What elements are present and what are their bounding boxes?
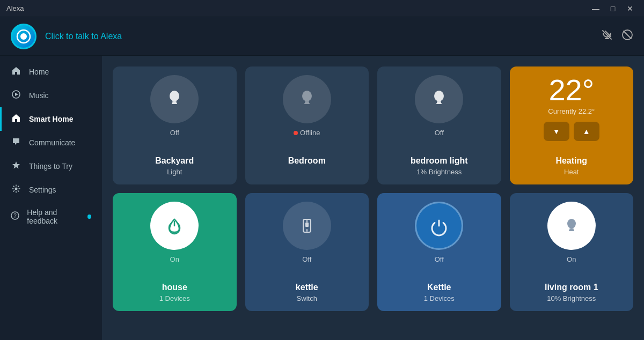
bedroom-type — [306, 168, 308, 176]
living-room-name: living room 1 — [545, 283, 598, 292]
svg-rect-19 — [436, 103, 442, 104]
kettle-status: Off — [302, 255, 311, 263]
bedroom-status: Offline — [300, 129, 320, 137]
app-title: Alexa — [6, 4, 24, 12]
living-room-status: On — [567, 255, 576, 263]
main-layout: Home Music Smart Home — [0, 56, 644, 340]
backyard-type: Light — [167, 168, 182, 176]
kettle2-status: Off — [435, 255, 444, 263]
sidebar-item-music[interactable]: Music — [0, 84, 102, 107]
heating-name: Heating — [555, 156, 587, 166]
house-status: On — [170, 255, 179, 263]
alexa-bar: Click to talk to Alexa — [0, 17, 644, 56]
sidebar-item-communicate[interactable]: Communicate — [0, 131, 102, 154]
sidebar-label-settings: Settings — [29, 186, 56, 194]
title-bar-left: Alexa — [6, 4, 24, 12]
title-bar: Alexa — □ ✕ — [0, 0, 644, 17]
music-icon — [11, 90, 21, 101]
device-card-kettle2[interactable]: Off Kettle 1 Devices — [377, 193, 501, 311]
svg-rect-16 — [304, 103, 310, 104]
svg-marker-7 — [12, 161, 20, 169]
svg-rect-12 — [172, 101, 177, 103]
device-card-living-room[interactable]: On living room 1 10% Brightness — [510, 193, 634, 311]
close-button[interactable]: ✕ — [623, 3, 638, 14]
kettle2-icon-circle — [415, 202, 463, 250]
svg-rect-27 — [569, 228, 574, 230]
heating-type: Heat — [564, 168, 579, 176]
svg-point-11 — [170, 91, 179, 101]
communicate-icon — [11, 137, 21, 148]
bedroom-offline-badge: Offline — [294, 129, 320, 137]
heating-controls: ▼ ▲ — [544, 122, 599, 141]
kettle2-name: Kettle — [427, 283, 451, 292]
alexa-click-text[interactable]: Click to talk to Alexa — [45, 32, 122, 41]
heating-decrease-button[interactable]: ▼ — [544, 122, 569, 141]
svg-rect-18 — [437, 101, 441, 103]
sidebar: Home Music Smart Home — [0, 56, 102, 340]
sidebar-label-music: Music — [29, 91, 49, 100]
device-card-bedroom-light[interactable]: Off bedroom light 1% Brightness — [377, 66, 501, 184]
smart-home-icon — [11, 114, 21, 124]
do-not-disturb-icon[interactable] — [621, 29, 633, 43]
kettle-type: Switch — [297, 294, 317, 302]
heating-current-temp: Currently 22.2° — [548, 107, 595, 115]
living-room-icon-circle — [547, 202, 596, 250]
backyard-status: Off — [170, 129, 179, 137]
offline-dot — [294, 131, 298, 135]
alexa-logo[interactable] — [11, 24, 36, 49]
kettle-icon-circle — [283, 202, 331, 250]
sidebar-item-smart-home[interactable]: Smart Home — [0, 107, 102, 131]
help-icon: ? — [11, 211, 19, 222]
content-area: Off Backyard Light Offline — [102, 56, 644, 340]
bedroom-light-type: 1% Brightness — [416, 168, 462, 176]
alexa-bar-left: Click to talk to Alexa — [11, 24, 122, 49]
sidebar-item-things-to-try[interactable]: Things to Try — [0, 154, 102, 178]
alexa-bar-right — [601, 29, 633, 43]
backyard-icon-circle — [150, 75, 199, 123]
bedroom-icon-circle — [283, 75, 331, 123]
living-room-type: 10% Brightness — [547, 294, 596, 302]
house-name: house — [162, 283, 187, 292]
svg-rect-13 — [172, 103, 177, 104]
maximize-button[interactable]: □ — [605, 3, 620, 14]
help-notification-badge — [87, 215, 91, 219]
backyard-name: Backyard — [155, 156, 194, 166]
bedroom-light-name: bedroom light — [411, 156, 468, 166]
svg-point-1 — [20, 33, 27, 40]
house-icon-circle — [150, 202, 199, 250]
bedroom-light-icon-circle — [415, 75, 463, 123]
svg-marker-6 — [15, 93, 18, 96]
svg-point-17 — [434, 91, 444, 101]
svg-rect-28 — [569, 230, 574, 231]
sidebar-label-help: Help and feedback — [27, 208, 78, 225]
sidebar-label-things-to-try: Things to Try — [29, 162, 72, 171]
house-type: 1 Devices — [159, 294, 190, 302]
sidebar-item-home[interactable]: Home — [0, 60, 102, 84]
devices-grid: Off Backyard Light Offline — [113, 66, 633, 311]
sidebar-label-communicate: Communicate — [29, 138, 75, 147]
sidebar-item-settings[interactable]: Settings — [0, 178, 102, 202]
svg-point-26 — [567, 219, 576, 228]
sidebar-item-help[interactable]: ? Help and feedback — [0, 202, 102, 232]
svg-line-4 — [624, 31, 631, 39]
kettle2-type: 1 Devices — [424, 294, 455, 302]
sidebar-label-smart-home: Smart Home — [29, 115, 73, 123]
settings-icon — [11, 184, 21, 195]
svg-point-14 — [302, 91, 312, 101]
device-card-house[interactable]: On house 1 Devices — [113, 193, 237, 311]
device-card-backyard[interactable]: Off Backyard Light — [113, 66, 237, 184]
svg-rect-22 — [305, 223, 309, 227]
device-card-bedroom[interactable]: Offline Bedroom — [245, 66, 369, 184]
svg-point-8 — [15, 188, 18, 190]
bedroom-name: Bedroom — [288, 156, 326, 166]
title-bar-controls: — □ ✕ — [588, 3, 638, 14]
minimize-button[interactable]: — — [588, 3, 603, 14]
mic-off-icon[interactable] — [601, 29, 613, 43]
kettle-name: kettle — [296, 283, 318, 292]
svg-rect-15 — [305, 101, 309, 103]
heating-increase-button[interactable]: ▲ — [574, 122, 599, 141]
device-card-heating[interactable]: 22° Currently 22.2° ▼ ▲ Heating Heat — [510, 66, 634, 184]
home-icon — [11, 66, 21, 77]
things-to-try-icon — [11, 161, 21, 172]
device-card-kettle[interactable]: Off kettle Switch — [245, 193, 369, 311]
